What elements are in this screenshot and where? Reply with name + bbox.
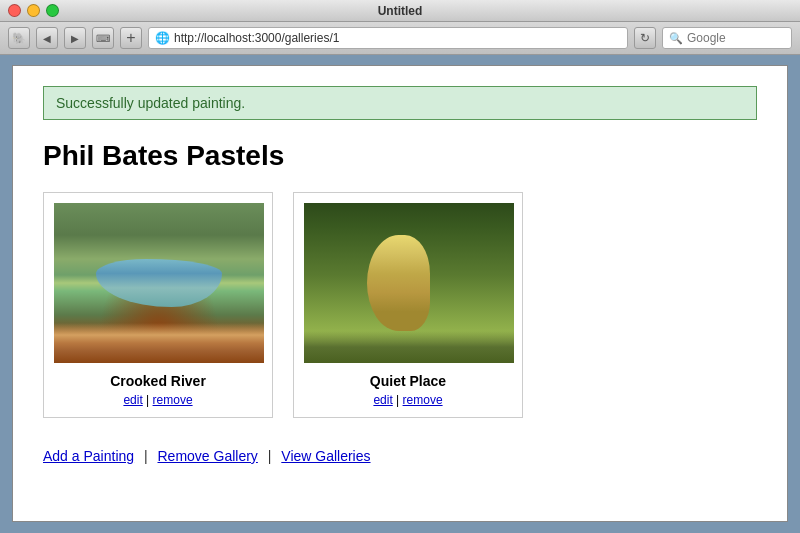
tools-button[interactable]: ⌨ bbox=[92, 27, 114, 49]
forward-button[interactable]: ▶ bbox=[64, 27, 86, 49]
footer-sep-1: | bbox=[144, 448, 148, 464]
painting-actions-2: edit | remove bbox=[304, 393, 512, 407]
evernote-button[interactable]: 🐘 bbox=[8, 27, 30, 49]
browser-toolbar: 🐘 ◀ ▶ ⌨ + 🌐 ↻ 🔍 bbox=[0, 22, 800, 55]
new-tab-button[interactable]: + bbox=[120, 27, 142, 49]
remove-link-2[interactable]: remove bbox=[403, 393, 443, 407]
page-container: Successfully updated painting. Phil Bate… bbox=[12, 65, 788, 522]
remove-link-1[interactable]: remove bbox=[153, 393, 193, 407]
plus-icon: + bbox=[126, 29, 135, 47]
painting-image-1 bbox=[54, 203, 264, 363]
painting-card-2: Quiet Place edit | remove bbox=[293, 192, 523, 418]
forward-icon: ▶ bbox=[71, 33, 79, 44]
footer-sep-2: | bbox=[268, 448, 272, 464]
back-icon: ◀ bbox=[43, 33, 51, 44]
tools-icon: ⌨ bbox=[96, 33, 110, 44]
painting-actions-1: edit | remove bbox=[54, 393, 262, 407]
search-input[interactable] bbox=[687, 31, 785, 45]
address-bar[interactable]: 🌐 bbox=[148, 27, 628, 49]
add-painting-link[interactable]: Add a Painting bbox=[43, 448, 134, 464]
back-button[interactable]: ◀ bbox=[36, 27, 58, 49]
window-controls bbox=[8, 4, 59, 17]
view-galleries-link[interactable]: View Galleries bbox=[281, 448, 370, 464]
window-title: Untitled bbox=[378, 4, 423, 18]
remove-gallery-link[interactable]: Remove Gallery bbox=[158, 448, 258, 464]
refresh-button[interactable]: ↻ bbox=[634, 27, 656, 49]
minimize-button[interactable] bbox=[27, 4, 40, 17]
edit-link-1[interactable]: edit bbox=[123, 393, 142, 407]
search-icon: 🔍 bbox=[669, 32, 683, 45]
browser-content: Successfully updated painting. Phil Bate… bbox=[0, 55, 800, 532]
footer-links: Add a Painting | Remove Gallery | View G… bbox=[43, 448, 757, 464]
address-input[interactable] bbox=[174, 31, 621, 45]
close-button[interactable] bbox=[8, 4, 21, 17]
edit-link-2[interactable]: edit bbox=[373, 393, 392, 407]
evernote-icon: 🐘 bbox=[12, 32, 26, 45]
maximize-button[interactable] bbox=[46, 4, 59, 17]
flash-message: Successfully updated painting. bbox=[43, 86, 757, 120]
painting-card-1: Crooked River edit | remove bbox=[43, 192, 273, 418]
painting-name-2: Quiet Place bbox=[304, 373, 512, 389]
paintings-grid: Crooked River edit | remove Quiet Place … bbox=[43, 192, 757, 418]
page-title: Phil Bates Pastels bbox=[43, 140, 757, 172]
search-bar[interactable]: 🔍 bbox=[662, 27, 792, 49]
title-bar: Untitled bbox=[0, 0, 800, 22]
painting-image-2 bbox=[304, 203, 514, 363]
refresh-icon: ↻ bbox=[640, 31, 650, 45]
painting-name-1: Crooked River bbox=[54, 373, 262, 389]
address-icon: 🌐 bbox=[155, 31, 170, 45]
